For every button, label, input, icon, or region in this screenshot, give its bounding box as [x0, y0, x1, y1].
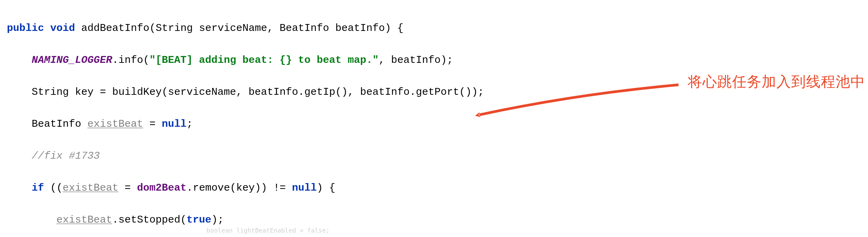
comment: //fix #1733 [32, 150, 100, 162]
keyword-null: null [292, 182, 317, 194]
var-existBeat: existBeat [63, 182, 118, 194]
code-line: BeatInfo existBeat = null; [7, 116, 861, 132]
keyword-if: if [32, 182, 44, 194]
var-existBeat: existBeat [87, 118, 143, 130]
code-line: //fix #1733 [7, 148, 861, 164]
param-name: serviceName [199, 22, 267, 34]
keyword-true: true [187, 214, 211, 226]
keyword-null: null [162, 118, 187, 130]
code-line: public void addBeatInfo(String serviceNa… [7, 20, 861, 36]
param-type: String [156, 22, 193, 34]
string-literal: "[BEAT] adding beat: {} to beat map." [149, 54, 379, 66]
logger-field: NAMING_LOGGER [32, 54, 112, 66]
keyword-public: public [7, 22, 44, 34]
code-line: existBeat.setStopped(true); [7, 212, 861, 228]
param-type: BeatInfo [279, 22, 329, 34]
field-dom2Beat: dom2Beat [137, 182, 187, 194]
code-line: NAMING_LOGGER.info("[BEAT] adding beat: … [7, 52, 861, 68]
code-line: if ((existBeat = dom2Beat.remove(key)) !… [7, 180, 861, 196]
code-block: public void addBeatInfo(String serviceNa… [0, 0, 868, 237]
var-existBeat: existBeat [56, 214, 112, 226]
param-name: beatInfo [335, 22, 385, 34]
method-name: addBeatInfo [81, 22, 149, 34]
ghost-code: boolean lightBeatEnabled = false; [207, 226, 330, 235]
keyword-void: void [50, 22, 75, 34]
annotation-label: 将心跳任务加入到线程池中 [688, 70, 865, 93]
